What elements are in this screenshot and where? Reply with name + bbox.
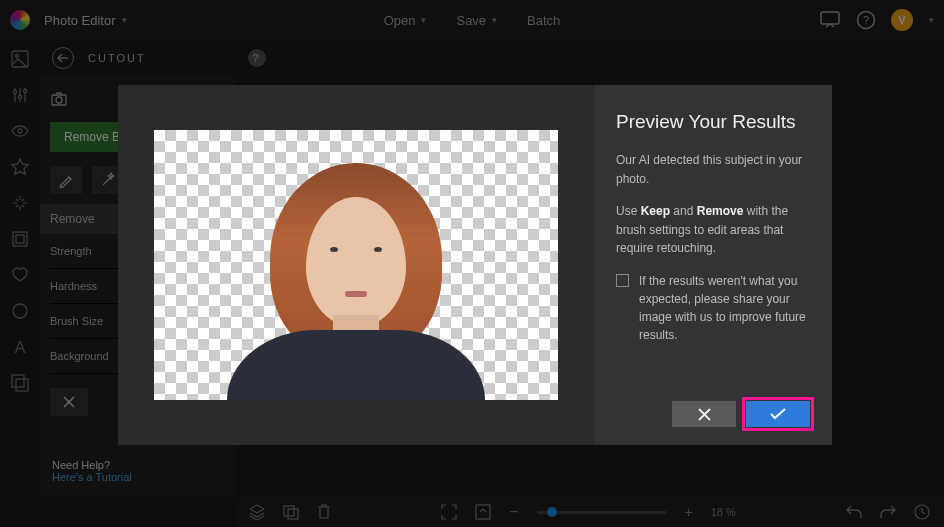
modal-instruction: Use Keep and Remove with the brush setti… (616, 202, 810, 258)
subject-silhouette (226, 145, 486, 400)
feedback-text: If the results weren't what you expected… (639, 272, 810, 344)
preview-modal: Preview Your Results Our AI detected thi… (118, 85, 832, 445)
feedback-checkbox[interactable] (616, 274, 629, 287)
feedback-row: If the results weren't what you expected… (616, 272, 810, 344)
cancel-button[interactable] (672, 401, 736, 427)
cutout-preview (154, 130, 558, 400)
modal-info: Preview Your Results Our AI detected thi… (594, 85, 832, 445)
confirm-button[interactable] (746, 401, 810, 427)
preview-area (118, 85, 594, 445)
modal-title: Preview Your Results (616, 111, 810, 133)
modal-actions (616, 401, 810, 427)
modal-detected: Our AI detected this subject in your pho… (616, 151, 810, 188)
